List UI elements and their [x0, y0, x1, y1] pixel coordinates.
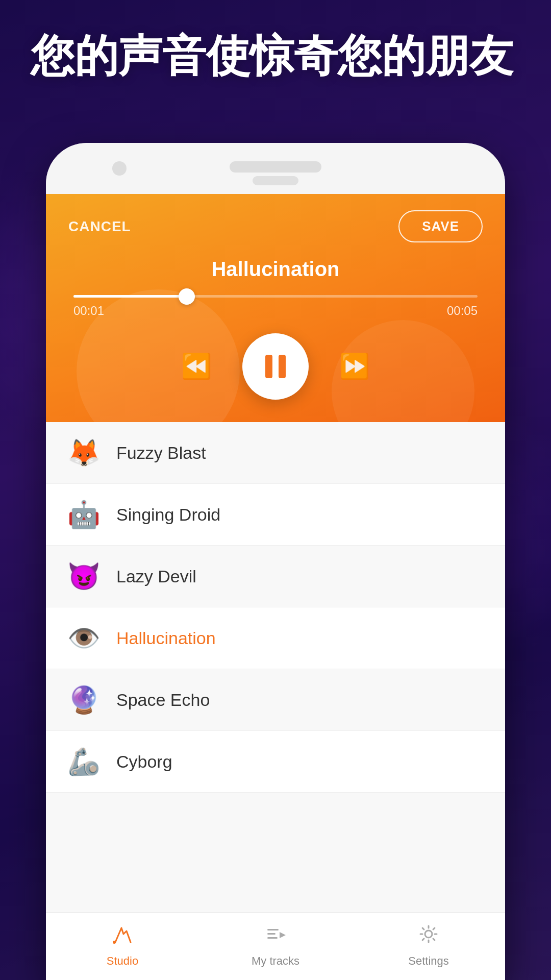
bottom-navigation: Studio My tracks — [46, 912, 505, 980]
nav-label-my-tracks: My tracks — [252, 954, 299, 968]
effect-name-fuzzy-blast: Fuzzy Blast — [116, 443, 206, 463]
effect-list: 🦊 Fuzzy Blast 🤖 Singing Droid 😈 Lazy Dev… — [46, 422, 505, 912]
player-header: CANCEL SAVE — [68, 210, 483, 242]
headline-text: 您的声音使惊奇您的朋友 — [31, 31, 520, 81]
svg-rect-3 — [267, 937, 278, 939]
effect-emoji-lazy-devil: 😈 — [66, 559, 101, 594]
progress-fill — [73, 295, 187, 298]
time-total: 00:05 — [447, 304, 478, 318]
effect-name-singing-droid: Singing Droid — [116, 505, 220, 525]
effect-item-space-echo[interactable]: 🔮 Space Echo — [46, 669, 505, 731]
effect-emoji-hallucination: 👁️ — [66, 621, 101, 655]
nav-label-settings: Settings — [408, 954, 449, 968]
svg-rect-1 — [267, 929, 279, 930]
pause-bar-left — [265, 355, 272, 378]
effect-emoji-singing-droid: 🤖 — [66, 497, 101, 532]
studio-icon — [111, 923, 134, 950]
svg-point-0 — [113, 941, 116, 944]
cancel-button[interactable]: CANCEL — [68, 218, 131, 235]
rewind-button[interactable]: ⏪ — [181, 352, 212, 381]
effect-emoji-cyborg: 🦾 — [66, 744, 101, 779]
nav-item-settings[interactable]: Settings — [352, 913, 505, 980]
settings-icon — [417, 923, 440, 950]
playback-controls: ⏪ ⏩ — [68, 333, 483, 400]
effect-name-lazy-devil: Lazy Devil — [116, 567, 196, 586]
effect-name-space-echo: Space Echo — [116, 690, 210, 710]
my-tracks-icon — [264, 923, 287, 950]
time-labels: 00:01 00:05 — [68, 304, 483, 318]
nav-label-studio: Studio — [107, 954, 138, 968]
effect-emoji-space-echo: 🔮 — [66, 682, 101, 717]
phone-speaker — [230, 161, 321, 173]
fast-forward-button[interactable]: ⏩ — [339, 352, 370, 381]
effect-name-hallucination: Hallucination — [116, 628, 216, 648]
progress-track — [73, 295, 478, 298]
nav-item-studio[interactable]: Studio — [46, 913, 199, 980]
nav-item-my-tracks[interactable]: My tracks — [199, 913, 352, 980]
time-current: 00:01 — [73, 304, 104, 318]
pause-bar-right — [279, 355, 286, 378]
phone-top-bar — [46, 143, 505, 194]
phone-content: CANCEL SAVE Hallucination 00:01 00:05 ⏪ — [46, 194, 505, 980]
phone-camera — [112, 161, 127, 176]
effect-item-cyborg[interactable]: 🦾 Cyborg — [46, 731, 505, 793]
track-title: Hallucination — [68, 258, 483, 281]
effect-emoji-fuzzy-blast: 🦊 — [66, 435, 101, 470]
svg-marker-4 — [280, 932, 286, 938]
save-button[interactable]: SAVE — [398, 210, 483, 242]
player-card: CANCEL SAVE Hallucination 00:01 00:05 ⏪ — [46, 194, 505, 422]
phone-mockup: CANCEL SAVE Hallucination 00:01 00:05 ⏪ — [46, 143, 505, 980]
effect-item-singing-droid[interactable]: 🤖 Singing Droid — [46, 484, 505, 546]
pause-button[interactable] — [242, 333, 309, 400]
effect-item-fuzzy-blast[interactable]: 🦊 Fuzzy Blast — [46, 422, 505, 484]
effect-item-lazy-devil[interactable]: 😈 Lazy Devil — [46, 546, 505, 607]
effect-name-cyborg: Cyborg — [116, 752, 172, 772]
pause-icon — [265, 355, 286, 378]
progress-bar[interactable] — [73, 295, 478, 298]
phone-button-top — [253, 176, 298, 185]
effect-item-hallucination[interactable]: 👁️ Hallucination — [46, 607, 505, 669]
svg-rect-2 — [267, 933, 276, 935]
progress-thumb[interactable] — [179, 288, 195, 305]
svg-point-5 — [425, 930, 432, 938]
